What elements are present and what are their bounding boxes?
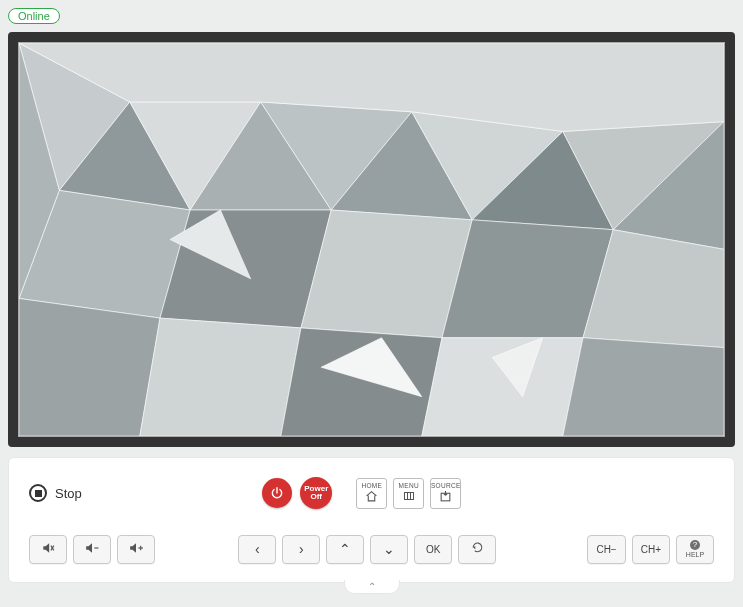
power-off-button[interactable]: Power Off <box>300 477 332 509</box>
speaker-mute-icon <box>40 541 56 558</box>
expand-panel-toggle[interactable]: ⌃ <box>344 580 400 594</box>
ok-button[interactable]: OK <box>414 535 452 564</box>
volume-up-button[interactable] <box>117 535 155 564</box>
back-button[interactable] <box>458 535 496 564</box>
speaker-minus-icon <box>83 541 101 558</box>
source-button[interactable]: SOURCE <box>430 478 461 509</box>
mute-button[interactable] <box>29 535 67 564</box>
nav-right-button[interactable]: › <box>282 535 320 564</box>
help-label: HELP <box>686 551 704 558</box>
menu-button[interactable]: MENU <box>393 478 424 509</box>
home-label: HOME <box>361 482 382 489</box>
status-badge: Online <box>8 8 60 24</box>
channel-up-label: CH+ <box>641 544 661 555</box>
channel-up-button[interactable]: CH+ <box>632 535 670 564</box>
chevron-left-icon: ‹ <box>255 541 260 557</box>
volume-down-button[interactable] <box>73 535 111 564</box>
home-button[interactable]: HOME <box>356 478 387 509</box>
chevron-up-icon: ⌃ <box>368 581 376 592</box>
svg-marker-15 <box>442 220 613 338</box>
nav-up-button[interactable]: ⌃ <box>326 535 364 564</box>
source-icon <box>438 490 453 505</box>
svg-marker-19 <box>281 328 442 436</box>
home-icon <box>364 490 379 505</box>
chevron-up-icon: ⌃ <box>339 541 351 557</box>
source-label: SOURCE <box>431 482 461 489</box>
stop-icon <box>29 484 47 502</box>
power-icon <box>270 486 284 500</box>
channel-down-button[interactable]: CH− <box>587 535 625 564</box>
stop-label: Stop <box>55 486 82 501</box>
chevron-right-icon: › <box>299 541 304 557</box>
power-off-label: Power Off <box>304 485 328 502</box>
svg-marker-14 <box>301 210 472 338</box>
remote-control-panel: Stop Power Off <box>8 457 735 583</box>
nav-left-button[interactable]: ‹ <box>238 535 276 564</box>
screen-content-image <box>19 43 724 436</box>
ok-label: OK <box>426 544 440 555</box>
svg-marker-21 <box>563 338 724 436</box>
svg-marker-20 <box>422 338 583 436</box>
display-frame <box>8 32 735 447</box>
svg-rect-26 <box>404 493 413 500</box>
status-label: Online <box>18 10 50 22</box>
help-button[interactable]: ? HELP <box>676 535 714 564</box>
display-screen <box>18 42 725 437</box>
stop-button[interactable]: Stop <box>29 484 82 502</box>
channel-down-label: CH− <box>596 544 616 555</box>
svg-marker-18 <box>140 318 301 436</box>
chevron-down-icon: ⌄ <box>383 541 395 557</box>
menu-icon <box>402 490 416 504</box>
nav-down-button[interactable]: ⌄ <box>370 535 408 564</box>
speaker-plus-icon <box>127 541 145 558</box>
help-icon: ? <box>690 540 700 550</box>
menu-label: MENU <box>399 482 419 489</box>
power-button[interactable] <box>262 478 292 508</box>
back-icon <box>470 541 485 557</box>
svg-marker-17 <box>19 298 160 436</box>
